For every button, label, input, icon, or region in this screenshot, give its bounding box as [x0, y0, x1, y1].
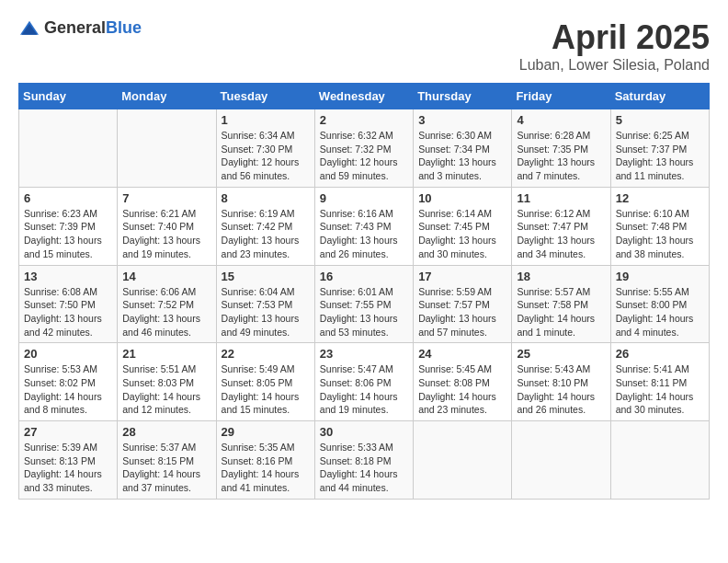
day-number: 11 [517, 191, 605, 205]
title-section: April 2025 Luban, Lower Silesia, Poland [519, 18, 710, 74]
week-row-4: 20Sunrise: 5:53 AM Sunset: 8:02 PM Dayli… [19, 343, 710, 421]
logo-blue: Blue [106, 18, 142, 37]
calendar-cell: 16Sunrise: 6:01 AM Sunset: 7:55 PM Dayli… [314, 265, 413, 343]
day-info: Sunrise: 6:32 AM Sunset: 7:32 PM Dayligh… [320, 129, 408, 183]
calendar-cell: 11Sunrise: 6:12 AM Sunset: 7:47 PM Dayli… [512, 187, 610, 265]
day-info: Sunrise: 6:01 AM Sunset: 7:55 PM Dayligh… [320, 285, 408, 339]
day-info: Sunrise: 6:04 AM Sunset: 7:53 PM Dayligh… [222, 285, 310, 339]
week-row-1: 1Sunrise: 6:34 AM Sunset: 7:30 PM Daylig… [19, 109, 710, 188]
day-info: Sunrise: 5:37 AM Sunset: 8:15 PM Dayligh… [122, 441, 210, 495]
day-info: Sunrise: 6:19 AM Sunset: 7:42 PM Dayligh… [222, 207, 310, 261]
day-info: Sunrise: 6:08 AM Sunset: 7:50 PM Dayligh… [24, 285, 112, 339]
day-info: Sunrise: 6:21 AM Sunset: 7:40 PM Dayligh… [122, 207, 210, 261]
day-number: 20 [24, 347, 112, 361]
header-monday: Monday [118, 84, 216, 109]
calendar-cell [118, 109, 216, 188]
header-thursday: Thursday [414, 84, 512, 109]
day-number: 21 [122, 347, 210, 361]
calendar-cell [414, 421, 512, 500]
calendar-cell: 14Sunrise: 6:06 AM Sunset: 7:52 PM Dayli… [118, 265, 216, 343]
calendar-cell: 27Sunrise: 5:39 AM Sunset: 8:13 PM Dayli… [19, 421, 118, 500]
calendar-table: Sunday Monday Tuesday Wednesday Thursday… [18, 83, 710, 500]
calendar-cell: 24Sunrise: 5:45 AM Sunset: 8:08 PM Dayli… [414, 343, 512, 421]
day-number: 3 [418, 113, 506, 127]
day-number: 10 [418, 191, 506, 205]
calendar-cell: 20Sunrise: 5:53 AM Sunset: 8:02 PM Dayli… [19, 343, 118, 421]
day-number: 16 [320, 270, 408, 283]
day-info: Sunrise: 5:53 AM Sunset: 8:02 PM Dayligh… [24, 362, 112, 417]
day-number: 4 [517, 113, 605, 127]
day-info: Sunrise: 6:34 AM Sunset: 7:30 PM Dayligh… [222, 129, 310, 183]
calendar-cell: 1Sunrise: 6:34 AM Sunset: 7:30 PM Daylig… [216, 109, 314, 188]
calendar-cell: 2Sunrise: 6:32 AM Sunset: 7:32 PM Daylig… [314, 109, 413, 188]
day-info: Sunrise: 6:23 AM Sunset: 7:39 PM Dayligh… [24, 207, 112, 261]
day-number: 25 [517, 347, 605, 361]
header-wednesday: Wednesday [314, 84, 413, 109]
calendar-cell: 12Sunrise: 6:10 AM Sunset: 7:48 PM Dayli… [610, 187, 709, 265]
calendar-header-row: Sunday Monday Tuesday Wednesday Thursday… [19, 84, 710, 109]
day-info: Sunrise: 6:10 AM Sunset: 7:48 PM Dayligh… [616, 207, 704, 261]
day-number: 9 [320, 191, 408, 205]
day-number: 13 [24, 270, 112, 283]
day-number: 1 [222, 113, 310, 127]
header-friday: Friday [512, 84, 610, 109]
day-info: Sunrise: 5:43 AM Sunset: 8:10 PM Dayligh… [517, 362, 605, 417]
day-number: 2 [320, 113, 408, 127]
week-row-5: 27Sunrise: 5:39 AM Sunset: 8:13 PM Dayli… [19, 421, 710, 500]
day-number: 26 [616, 347, 704, 361]
calendar-cell: 30Sunrise: 5:33 AM Sunset: 8:18 PM Dayli… [314, 421, 413, 500]
day-info: Sunrise: 5:49 AM Sunset: 8:05 PM Dayligh… [222, 362, 310, 417]
calendar-cell: 22Sunrise: 5:49 AM Sunset: 8:05 PM Dayli… [216, 343, 314, 421]
day-info: Sunrise: 5:47 AM Sunset: 8:06 PM Dayligh… [320, 362, 408, 417]
location-title: Luban, Lower Silesia, Poland [519, 57, 710, 74]
day-info: Sunrise: 6:25 AM Sunset: 7:37 PM Dayligh… [616, 129, 704, 183]
week-row-3: 13Sunrise: 6:08 AM Sunset: 7:50 PM Dayli… [19, 265, 710, 343]
calendar-cell: 10Sunrise: 6:14 AM Sunset: 7:45 PM Dayli… [414, 187, 512, 265]
day-number: 27 [24, 425, 112, 439]
day-info: Sunrise: 5:55 AM Sunset: 8:00 PM Dayligh… [616, 285, 704, 339]
calendar-cell: 17Sunrise: 5:59 AM Sunset: 7:57 PM Dayli… [414, 265, 512, 343]
day-number: 8 [222, 191, 310, 205]
logo-general: General [44, 18, 106, 37]
calendar-cell [512, 421, 610, 500]
day-number: 29 [222, 425, 310, 439]
month-title: April 2025 [519, 18, 710, 57]
calendar-cell: 29Sunrise: 5:35 AM Sunset: 8:16 PM Dayli… [216, 421, 314, 500]
logo: GeneralBlue [18, 18, 142, 38]
day-number: 5 [616, 113, 704, 127]
day-info: Sunrise: 5:51 AM Sunset: 8:03 PM Dayligh… [122, 362, 210, 417]
header-saturday: Saturday [610, 84, 709, 109]
calendar-cell: 19Sunrise: 5:55 AM Sunset: 8:00 PM Dayli… [610, 265, 709, 343]
calendar-cell: 21Sunrise: 5:51 AM Sunset: 8:03 PM Dayli… [118, 343, 216, 421]
day-number: 23 [320, 347, 408, 361]
day-number: 22 [222, 347, 310, 361]
calendar-cell: 23Sunrise: 5:47 AM Sunset: 8:06 PM Dayli… [314, 343, 413, 421]
day-info: Sunrise: 6:30 AM Sunset: 7:34 PM Dayligh… [418, 129, 506, 183]
calendar-cell: 8Sunrise: 6:19 AM Sunset: 7:42 PM Daylig… [216, 187, 314, 265]
day-info: Sunrise: 6:16 AM Sunset: 7:43 PM Dayligh… [320, 207, 408, 261]
day-info: Sunrise: 5:33 AM Sunset: 8:18 PM Dayligh… [320, 441, 408, 495]
day-info: Sunrise: 5:39 AM Sunset: 8:13 PM Dayligh… [24, 441, 112, 495]
day-number: 14 [122, 270, 210, 283]
day-info: Sunrise: 6:12 AM Sunset: 7:47 PM Dayligh… [517, 207, 605, 261]
calendar-cell: 15Sunrise: 6:04 AM Sunset: 7:53 PM Dayli… [216, 265, 314, 343]
day-number: 15 [222, 270, 310, 283]
day-number: 19 [616, 270, 704, 283]
day-number: 17 [418, 270, 506, 283]
day-number: 30 [320, 425, 408, 439]
day-info: Sunrise: 5:57 AM Sunset: 7:58 PM Dayligh… [517, 285, 605, 339]
day-number: 6 [24, 191, 112, 205]
week-row-2: 6Sunrise: 6:23 AM Sunset: 7:39 PM Daylig… [19, 187, 710, 265]
day-number: 18 [517, 270, 605, 283]
header-tuesday: Tuesday [216, 84, 314, 109]
calendar-cell: 6Sunrise: 6:23 AM Sunset: 7:39 PM Daylig… [19, 187, 118, 265]
day-info: Sunrise: 5:35 AM Sunset: 8:16 PM Dayligh… [222, 441, 310, 495]
calendar-cell: 7Sunrise: 6:21 AM Sunset: 7:40 PM Daylig… [118, 187, 216, 265]
day-info: Sunrise: 6:14 AM Sunset: 7:45 PM Dayligh… [418, 207, 506, 261]
calendar-cell: 26Sunrise: 5:41 AM Sunset: 8:11 PM Dayli… [610, 343, 709, 421]
calendar-cell: 13Sunrise: 6:08 AM Sunset: 7:50 PM Dayli… [19, 265, 118, 343]
header-sunday: Sunday [19, 84, 118, 109]
calendar-cell: 25Sunrise: 5:43 AM Sunset: 8:10 PM Dayli… [512, 343, 610, 421]
page-header: GeneralBlue April 2025 Luban, Lower Sile… [18, 18, 710, 74]
calendar-cell: 5Sunrise: 6:25 AM Sunset: 7:37 PM Daylig… [610, 109, 709, 188]
